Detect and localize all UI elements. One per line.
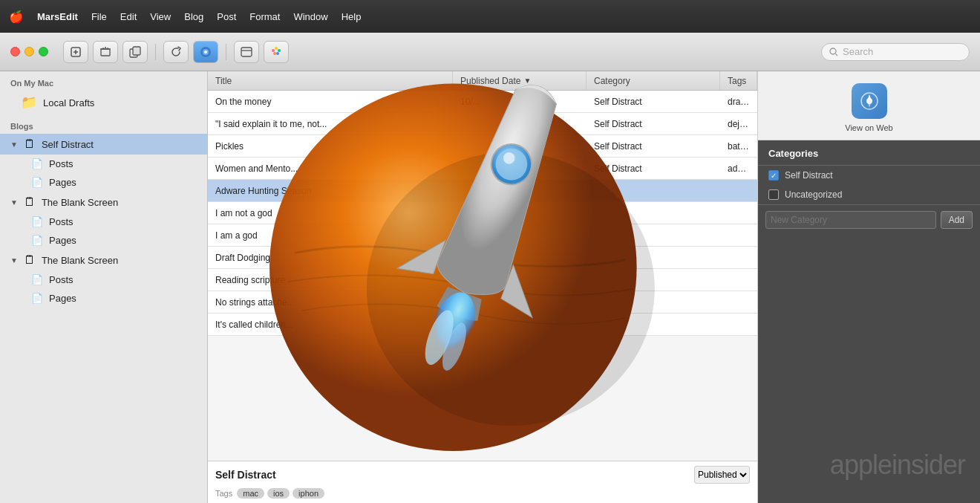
post-editor-title: Self Distract (215, 469, 688, 481)
sidebar-blog-self-distract[interactable]: ▼ 🗒 Self Distract (0, 134, 207, 155)
add-category-button[interactable]: Add (941, 211, 973, 229)
sidebar-blog-blank-screen-2[interactable]: ▼ 🗒 The Blank Screen (0, 250, 207, 270)
pages-label-2: Pages (49, 235, 76, 246)
col-header-title[interactable]: Title (208, 71, 453, 90)
post-date-1: 10/... (453, 97, 587, 107)
table-row[interactable]: Draft Dodging (208, 247, 757, 269)
blank2-pages[interactable]: 📄 Pages (0, 289, 207, 308)
traffic-lights (10, 47, 48, 56)
col-header-date[interactable]: Published Date ▼ (453, 71, 587, 90)
date-col-label: Published Date (460, 76, 520, 86)
format-menu[interactable]: Format (249, 11, 280, 22)
sidebar: On My Mac 📁 Local Drafts Blogs ▼ 🗒 Self … (0, 71, 208, 503)
table-row[interactable]: Pickles Self Distract battlestar galacti… (208, 135, 757, 158)
pages-doc-icon-3: 📄 (31, 293, 43, 304)
cat-checkbox-self-distract[interactable]: ✓ (768, 170, 779, 181)
blank2-posts[interactable]: 📄 Posts (0, 270, 207, 289)
refresh-button[interactable] (163, 41, 189, 63)
minimize-button[interactable] (24, 47, 34, 56)
svg-line-21 (836, 53, 838, 56)
cat-label-self-distract: Self Distract (785, 170, 833, 181)
help-menu[interactable]: Help (342, 11, 362, 22)
toolbar: Search (0, 33, 980, 71)
folder-icon: 📁 (21, 94, 37, 111)
table-row[interactable]: No strings attache... (208, 291, 757, 314)
apple-menu[interactable]: 🍎 (9, 10, 24, 24)
tag-chip-ios[interactable]: ios (267, 488, 290, 499)
post-list: On the money 10/... Self Distract drama,… (208, 91, 757, 461)
expand-triangle-2: ▼ (10, 198, 18, 207)
on-my-mac-label: On My Mac (0, 71, 207, 91)
self-distract-pages[interactable]: 📄 Pages (0, 173, 207, 192)
view-menu[interactable]: View (150, 11, 171, 22)
local-drafts-label: Local Drafts (43, 97, 94, 108)
post-menu[interactable]: Post (217, 11, 236, 22)
sort-arrow: ▼ (523, 77, 531, 85)
tag-chip-mac[interactable]: mac (237, 488, 264, 499)
maximize-button[interactable] (39, 47, 48, 56)
search-icon (829, 48, 838, 56)
edit-menu[interactable]: Edit (120, 11, 137, 22)
table-row[interactable]: It's called children... (208, 314, 757, 336)
tag-chip-iphon[interactable]: iphon (293, 488, 324, 499)
search-placeholder: Search (843, 46, 873, 57)
svg-rect-9 (133, 47, 140, 55)
table-row[interactable]: I am not a god (208, 202, 757, 224)
window-menu[interactable]: Window (293, 11, 327, 22)
separator-2 (226, 44, 226, 60)
search-box[interactable]: Search (821, 43, 970, 61)
post-title-1: On the money (208, 97, 453, 107)
copy-button[interactable] (122, 41, 148, 63)
svg-point-20 (830, 48, 836, 54)
self-distract-posts[interactable]: 📄 Posts (0, 155, 207, 173)
menu-bar: 🍎 MarsEdit File Edit View Blog Post Form… (0, 0, 980, 33)
title-col-label: Title (215, 76, 232, 86)
post-title-4: Women and Mento... (208, 163, 453, 174)
cat-checkbox-uncategorized[interactable] (768, 189, 779, 200)
col-header-tags[interactable]: Tags (720, 71, 757, 90)
photos-button[interactable] (264, 41, 289, 63)
new-category-input[interactable] (765, 211, 936, 229)
separator-1 (155, 44, 156, 60)
table-row[interactable]: I am a god (208, 224, 757, 247)
blank1-posts[interactable]: 📄 Posts (0, 212, 207, 231)
svg-point-17 (278, 49, 281, 52)
file-menu[interactable]: File (91, 11, 107, 22)
svg-point-16 (275, 47, 278, 50)
svg-point-12 (204, 51, 207, 53)
post-tags-1: drama, film, money,... (720, 97, 757, 107)
local-drafts-item[interactable]: 📁 Local Drafts (0, 91, 207, 114)
posts-label-3: Posts (49, 274, 74, 285)
post-editor-strip: Self Distract Published Draft Tags mac i… (208, 461, 757, 503)
post-tags-2: deja vu, doc, englis... (720, 119, 757, 129)
sidebar-blog-blank-screen-1[interactable]: ▼ 🗒 The Blank Screen (0, 192, 207, 212)
table-row[interactable]: Women and Mento... Self Distract advice,… (208, 158, 757, 180)
preview-button[interactable] (234, 41, 259, 63)
status-select[interactable]: Published Draft (694, 466, 750, 484)
table-row[interactable]: "I said explain it to me, not... Self Di… (208, 113, 757, 135)
table-row[interactable]: On the money 10/... Self Distract drama,… (208, 91, 757, 113)
posts-doc-icon-3: 📄 (31, 274, 43, 285)
table-row[interactable]: Reading scripture (208, 269, 757, 291)
table-header: Title Published Date ▼ Category Tags (208, 71, 757, 91)
new-post-button[interactable] (63, 41, 88, 63)
view-on-web-section[interactable]: View on Web (758, 71, 980, 140)
post-tags-3: battlestar galactica,... (720, 141, 757, 152)
delete-button[interactable] (93, 41, 118, 63)
category-item-uncategorized[interactable]: Uncategorized (758, 185, 980, 204)
marsedit-icon-button[interactable] (193, 41, 218, 63)
cat-col-label: Category (594, 76, 630, 86)
col-header-category[interactable]: Category (587, 71, 720, 90)
blank1-pages[interactable]: 📄 Pages (0, 231, 207, 250)
category-item-self-distract[interactable]: ✓ Self Distract (758, 166, 980, 185)
marsedit-menu[interactable]: MarsEdit (37, 11, 78, 22)
svg-rect-3 (101, 49, 110, 56)
post-title-6: I am not a god (208, 208, 453, 218)
categories-header: Categories (758, 140, 980, 166)
blog-name-self-distract: Self Distract (42, 139, 94, 150)
categories-panel: Categories ✓ Self Distract Uncategorized… (758, 140, 980, 503)
close-button[interactable] (10, 47, 20, 56)
table-row[interactable]: Adware Hunting Season (208, 180, 757, 202)
view-on-web-button[interactable] (852, 83, 887, 119)
blog-menu[interactable]: Blog (184, 11, 203, 22)
